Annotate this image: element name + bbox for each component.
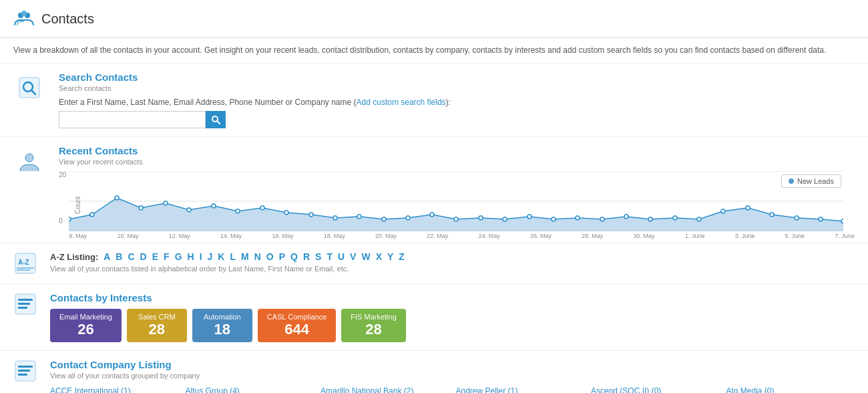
company-title: Contact Company Listing: [50, 359, 855, 370]
svg-point-14: [115, 196, 119, 200]
svg-point-15: [139, 206, 143, 210]
az-letter-t[interactable]: T: [327, 251, 333, 262]
company-link[interactable]: Amarillo National Bank (2): [320, 385, 449, 393]
az-letter-o[interactable]: O: [266, 251, 274, 262]
az-letter-y[interactable]: Y: [387, 251, 393, 262]
badge-name-4: FIS Marketing: [351, 313, 396, 321]
search-input-wrap: [59, 111, 855, 128]
company-subtitle: View all of your contacts grouped by com…: [50, 372, 855, 380]
az-letter-d[interactable]: D: [140, 251, 147, 262]
svg-point-36: [648, 217, 652, 221]
svg-point-12: [69, 217, 71, 221]
search-input[interactable]: [59, 111, 206, 128]
az-label: A-Z Listing:: [50, 252, 98, 262]
az-letter-w[interactable]: W: [361, 251, 370, 262]
badge-name-1: Sales CRM: [136, 313, 178, 321]
svg-point-27: [430, 213, 434, 217]
svg-point-32: [552, 217, 556, 221]
svg-line-7: [217, 121, 220, 124]
search-label: Enter a First Name, Last Name, Email Add…: [59, 98, 855, 107]
az-letter-g[interactable]: G: [175, 251, 182, 262]
svg-point-42: [795, 216, 799, 220]
az-letter-q[interactable]: Q: [290, 251, 298, 262]
page-title: Contacts: [41, 11, 94, 27]
svg-point-8: [25, 154, 33, 162]
svg-point-29: [479, 216, 483, 220]
y-axis-label: Count: [74, 196, 81, 214]
search-title: Search Contacts: [59, 72, 855, 83]
search-button[interactable]: [206, 111, 226, 128]
company-link[interactable]: Atg Media (0): [726, 385, 855, 393]
svg-point-19: [236, 209, 240, 213]
az-letter-p[interactable]: P: [279, 251, 285, 262]
svg-point-37: [673, 216, 677, 220]
az-letter-i[interactable]: I: [200, 251, 202, 262]
svg-point-35: [624, 215, 628, 219]
az-letter-a[interactable]: A: [103, 251, 110, 262]
x-axis-labels: 8. May10. May12. May14. May16. May18. Ma…: [69, 233, 855, 239]
recent-contacts-title: Recent Contacts: [59, 145, 855, 156]
az-letter-e[interactable]: E: [152, 251, 158, 262]
badge-name-3: CASL Compliance: [267, 313, 327, 321]
svg-point-22: [309, 213, 313, 217]
az-letter-x[interactable]: X: [376, 251, 382, 262]
svg-point-31: [527, 215, 531, 219]
az-letter-f[interactable]: F: [164, 251, 170, 262]
az-letter-h[interactable]: H: [188, 251, 194, 262]
badge-count-1: 28: [136, 321, 178, 338]
az-letter-v[interactable]: V: [350, 251, 356, 262]
svg-point-17: [187, 208, 191, 212]
az-letter-l[interactable]: L: [230, 251, 236, 262]
svg-point-26: [406, 216, 410, 220]
svg-point-41: [770, 213, 774, 217]
badge-count-4: 28: [351, 321, 396, 338]
svg-rect-52: [18, 307, 27, 309]
svg-rect-54: [18, 366, 33, 368]
az-letter-c[interactable]: C: [128, 251, 134, 262]
svg-point-16: [164, 201, 168, 205]
badge-count-3: 644: [267, 321, 327, 338]
interest-badge-0[interactable]: Email Marketing26: [50, 309, 122, 342]
svg-rect-3: [19, 78, 39, 98]
svg-point-24: [357, 215, 361, 219]
interest-badge-2[interactable]: Automation18: [192, 309, 252, 342]
svg-point-25: [382, 217, 386, 221]
page-description: View a breakdown of all the contacts in …: [0, 38, 868, 63]
svg-point-33: [576, 216, 580, 220]
az-letter-k[interactable]: K: [218, 251, 224, 262]
search-subtitle: Search contacts: [59, 84, 855, 92]
add-custom-fields-link[interactable]: Add custom search fields: [357, 98, 446, 107]
contacts-icon: [13, 8, 35, 29]
interest-badge-4[interactable]: FIS Marketing28: [341, 309, 405, 342]
az-letter-b[interactable]: B: [116, 251, 122, 262]
svg-point-44: [841, 219, 843, 223]
az-letter-n[interactable]: N: [254, 251, 261, 262]
company-grid: ACCE International (1)Altus Group (4)Ama…: [50, 385, 855, 393]
az-letter-m[interactable]: M: [241, 251, 249, 262]
recent-contacts-subtitle: View your recent contacts: [59, 158, 855, 166]
y-max: 20: [59, 171, 66, 178]
az-letter-r[interactable]: R: [303, 251, 310, 262]
company-link[interactable]: Ascend (SOC II) (0): [591, 385, 720, 393]
az-letter-s[interactable]: S: [315, 251, 321, 262]
y-min: 0: [59, 217, 66, 225]
az-letter-j[interactable]: J: [208, 251, 213, 262]
interest-badge-3[interactable]: CASL Compliance644: [258, 309, 336, 342]
svg-text:A-Z: A-Z: [18, 259, 29, 266]
svg-point-21: [284, 211, 288, 215]
svg-point-2: [21, 11, 27, 16]
interests-title: Contacts by Interests: [50, 292, 855, 303]
badge-name-2: Automation: [202, 313, 243, 321]
svg-point-43: [819, 217, 823, 221]
company-link[interactable]: Altus Group (4): [186, 385, 314, 393]
svg-rect-50: [18, 299, 33, 301]
svg-point-20: [260, 206, 264, 210]
company-link[interactable]: Andrew Peller (1): [456, 385, 585, 393]
svg-point-18: [212, 204, 216, 208]
interest-badges: Email Marketing26Sales CRM28Automation18…: [50, 309, 855, 342]
az-letter-u[interactable]: U: [338, 251, 345, 262]
company-link[interactable]: ACCE International (1): [50, 385, 179, 393]
az-letter-z[interactable]: Z: [399, 251, 405, 262]
interest-badge-1[interactable]: Sales CRM28: [127, 309, 187, 342]
badge-count-0: 26: [59, 321, 112, 338]
